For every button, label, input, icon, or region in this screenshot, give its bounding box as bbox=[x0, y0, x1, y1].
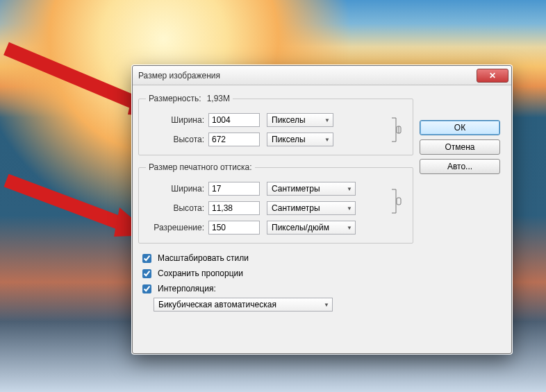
chevron-down-icon: ▼ bbox=[347, 205, 352, 212]
pixel-dimensions-legend: Размерность: 1,93M bbox=[146, 94, 233, 103]
chevron-down-icon: ▼ bbox=[324, 117, 330, 123]
doc-height-unit-value: Сантиметры bbox=[272, 203, 320, 213]
scale-styles-checkbox[interactable] bbox=[142, 254, 151, 263]
resolution-unit-value: Пикселы/дюйм bbox=[272, 223, 329, 232]
width-unit-select[interactable]: Пикселы ▼ bbox=[267, 113, 333, 127]
width-input[interactable] bbox=[208, 113, 260, 127]
titlebar[interactable]: Размер изображения ✕ bbox=[133, 66, 511, 85]
resample-method-select[interactable]: Бикубическая автоматическая ▼ bbox=[154, 298, 333, 312]
height-unit-value: Пикселы bbox=[272, 135, 306, 144]
width-label: Ширина: bbox=[146, 115, 208, 125]
document-size-legend: Размер печатного оттиска: bbox=[146, 162, 255, 172]
pixel-dimensions-group: Размерность: 1,93M Ширина: Пикселы ▼ bbox=[138, 94, 413, 155]
height-input[interactable] bbox=[208, 133, 260, 146]
height-label: Высота: bbox=[146, 135, 208, 144]
link-icon[interactable] bbox=[385, 114, 406, 146]
height-unit-select[interactable]: Пикселы ▼ bbox=[267, 133, 333, 146]
close-button[interactable]: ✕ bbox=[477, 69, 508, 83]
doc-width-label: Ширина: bbox=[146, 184, 208, 194]
resample-checkbox[interactable] bbox=[142, 284, 151, 293]
link-icon[interactable] bbox=[385, 182, 406, 221]
close-icon: ✕ bbox=[489, 71, 496, 80]
doc-width-unit-select[interactable]: Сантиметры ▼ bbox=[267, 182, 356, 196]
image-size-dialog: Размер изображения ✕ Размерность: 1,93M … bbox=[132, 65, 512, 354]
resolution-unit-select[interactable]: Пикселы/дюйм ▼ bbox=[267, 221, 356, 235]
scale-styles-label: Масштабировать стили bbox=[158, 253, 249, 263]
dialog-title: Размер изображения bbox=[138, 71, 220, 80]
dimensions-label: Размерность: bbox=[149, 94, 201, 103]
doc-width-input[interactable] bbox=[208, 182, 260, 196]
ok-button[interactable]: ОК bbox=[420, 120, 500, 135]
width-unit-value: Пикселы bbox=[272, 115, 306, 125]
resample-method-value: Бикубическая автоматическая bbox=[158, 300, 276, 309]
doc-height-label: Высота: bbox=[146, 203, 208, 213]
resolution-label: Разрешение: bbox=[146, 223, 208, 232]
chevron-down-icon: ▼ bbox=[324, 137, 330, 143]
resolution-input[interactable] bbox=[208, 221, 260, 235]
constrain-checkbox[interactable] bbox=[142, 269, 151, 278]
auto-button[interactable]: Авто... bbox=[420, 159, 500, 174]
resample-label: Интерполяция: bbox=[158, 284, 216, 293]
cancel-button[interactable]: Отмена bbox=[420, 139, 500, 155]
doc-width-unit-value: Сантиметры bbox=[272, 184, 320, 194]
doc-height-unit-select[interactable]: Сантиметры ▼ bbox=[267, 201, 356, 215]
document-size-group: Размер печатного оттиска: Ширина: Сантим… bbox=[138, 162, 413, 244]
chevron-down-icon: ▼ bbox=[347, 225, 352, 231]
doc-height-input[interactable] bbox=[208, 201, 260, 215]
constrain-label: Сохранить пропорции bbox=[158, 269, 243, 278]
dimensions-value: 1,93M bbox=[207, 94, 230, 103]
svg-rect-3 bbox=[397, 198, 401, 205]
chevron-down-icon: ▼ bbox=[324, 302, 329, 308]
chevron-down-icon: ▼ bbox=[347, 186, 352, 192]
